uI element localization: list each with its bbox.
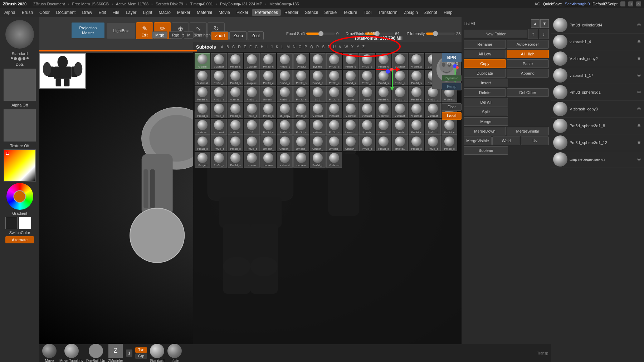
menu-render[interactable]: Render xyxy=(282,9,301,16)
subtool-item-51[interactable]: Pm3d_s xyxy=(244,103,260,118)
subtool-item-32[interactable]: Pm3d_s xyxy=(195,86,210,102)
alternate-button[interactable]: Alternate xyxy=(5,236,34,243)
subtool-item-9[interactable]: Pm3d_c xyxy=(343,53,358,69)
subtool-item-56[interactable]: v zbrast xyxy=(326,103,342,118)
subtool-item-93[interactable]: Pm3d_c xyxy=(409,135,424,151)
subtool-item-26[interactable]: Pm3d_s xyxy=(359,70,375,85)
st-q[interactable]: Q xyxy=(309,44,314,50)
menu-material[interactable]: Material xyxy=(194,9,215,16)
subtool-item-35[interactable]: Pm3d_c xyxy=(244,86,260,102)
persp-button[interactable]: Persp xyxy=(442,83,462,90)
subtool-item-64[interactable]: v zbrast xyxy=(195,119,210,135)
subtool-item-94[interactable]: Pm3d_c xyxy=(425,135,441,151)
subtool-item-50[interactable]: Pm3d_s xyxy=(228,103,243,118)
subtool-item-91[interactable]: Pm3d_c xyxy=(376,135,391,151)
subtool-item-85[interactable]: Umesh_ xyxy=(277,135,293,151)
subtool-item-21[interactable]: Pm3d_s xyxy=(277,70,293,85)
subtool-item-62[interactable]: v zbrast xyxy=(425,103,441,118)
subtool-item-39[interactable]: 16 2 xyxy=(310,86,326,102)
subtool-item-88[interactable]: Umesh_ xyxy=(326,135,342,151)
st-b[interactable]: B xyxy=(225,44,230,50)
mrgb-button[interactable]: Mrgb xyxy=(152,31,167,39)
subtool-item-29[interactable]: Pm3d_s xyxy=(409,70,424,85)
subtool-item-42[interactable]: рукав1 xyxy=(359,86,375,102)
tool-inflate[interactable]: Inflate xyxy=(167,344,182,362)
st-u[interactable]: U xyxy=(332,44,337,50)
texture-off-box[interactable] xyxy=(4,109,36,142)
subtool-item-104[interactable]: V zbrast xyxy=(326,152,342,168)
rp-eye-4[interactable]: 👁 xyxy=(636,73,642,78)
subtool-item-82[interactable]: Pm3d_c xyxy=(228,135,243,151)
rp-eye-2[interactable]: 👁 xyxy=(636,39,642,45)
rp-eye-3[interactable]: 👁 xyxy=(636,56,642,61)
st-s[interactable]: S xyxy=(321,44,326,50)
minimize-button[interactable]: — xyxy=(620,1,625,6)
subtool-item-75[interactable]: Umesh_ xyxy=(376,119,391,135)
menu-document[interactable]: Document xyxy=(53,9,79,16)
tool-move-topology[interactable]: Move Topology xyxy=(59,344,83,362)
subtool-item-68[interactable]: Pm3d_s xyxy=(260,119,276,135)
st-r[interactable]: R xyxy=(315,44,320,50)
all-high-button[interactable]: All High xyxy=(507,50,549,58)
new-folder-down-icon[interactable]: ↓ xyxy=(539,29,549,39)
subtool-item-2[interactable]: Pm3d_s xyxy=(228,53,243,69)
st-y[interactable]: Y xyxy=(355,44,361,50)
duplicate-button[interactable]: Duplicate xyxy=(464,69,506,78)
merge-button[interactable]: Merge xyxy=(464,117,508,126)
right-panel-item-8[interactable]: Pm3d_sphere3d1_12 👁 xyxy=(551,134,644,151)
auto-reorder-button[interactable]: AutoReorder xyxy=(507,40,549,49)
subtool-item-49[interactable]: Pm3d_s xyxy=(211,103,227,118)
menu-movie[interactable]: Movie xyxy=(216,9,233,16)
menu-picker[interactable]: Picker xyxy=(234,9,251,16)
tool-zmodeler[interactable]: Z ZModeler xyxy=(108,344,123,362)
menu-alpha[interactable]: Alpha xyxy=(1,9,18,16)
st-h[interactable]: H xyxy=(259,44,265,50)
subtool-item-74[interactable]: Umesh_ xyxy=(359,119,375,135)
copy-button[interactable]: Copy xyxy=(464,59,506,68)
color-swatch-black[interactable] xyxy=(5,217,18,229)
right-panel-item-9[interactable]: шар передвижения 👁 xyxy=(551,151,644,168)
subtool-item-66[interactable]: v zbrast xyxy=(228,119,243,135)
st-w[interactable]: W xyxy=(343,44,349,50)
menu-stencil[interactable]: Stencil xyxy=(302,9,321,16)
subtool-item-101[interactable]: v zbrast xyxy=(277,152,293,168)
boolean-button[interactable]: Boolean xyxy=(464,146,508,155)
txr-button[interactable]: Txr xyxy=(135,347,147,353)
subtool-item-60[interactable]: v zbrast xyxy=(392,103,408,118)
subtool-item-80[interactable]: Pm3d_c xyxy=(195,135,210,151)
right-panel-scroll[interactable]: Pm3d_cylinder3d3 👁 Pm3d_cylinder3d4 👁 v … xyxy=(551,0,644,362)
subtool-item-0[interactable]: Golem xyxy=(195,53,210,69)
st-f[interactable]: F xyxy=(248,44,253,50)
default-script[interactable]: DefaultZScript xyxy=(592,2,618,6)
merge-down-button[interactable]: MergeDown xyxy=(464,127,506,135)
maximize-button[interactable]: □ xyxy=(628,1,633,6)
subtool-item-98[interactable]: Pm3d_s xyxy=(228,152,243,168)
subtool-item-11[interactable]: Pm3d_c xyxy=(376,53,391,69)
subtool-item-5[interactable]: Pm3d_c xyxy=(277,53,293,69)
new-folder-up-icon[interactable]: ↑ xyxy=(528,29,538,39)
z-intensity-slider[interactable] xyxy=(426,33,455,35)
st-z[interactable]: Z xyxy=(361,44,366,50)
subtool-item-83[interactable]: Pm3d_c xyxy=(244,135,260,151)
subtool-item-59[interactable]: v zbrast xyxy=(376,103,391,118)
subtool-item-44[interactable]: Pm3d_c xyxy=(392,86,408,102)
menu-zscript[interactable]: Zscript xyxy=(421,9,440,16)
st-j[interactable]: J xyxy=(269,44,274,50)
st-i[interactable]: I xyxy=(265,44,269,50)
see-through-btn[interactable]: See-through 0 xyxy=(565,2,590,6)
right-panel-item-2[interactable]: v zbrash1_4 👁 xyxy=(551,34,644,50)
subtool-item-97[interactable]: Pm3d_s xyxy=(211,152,227,168)
menu-preferences[interactable]: Preferences xyxy=(252,9,281,16)
st-e[interactable]: E xyxy=(242,44,248,50)
del-other-button[interactable]: Del Other xyxy=(507,88,549,97)
subtool-item-102[interactable]: опрaва xyxy=(293,152,309,168)
menu-macro[interactable]: Macro xyxy=(156,9,174,16)
delete-button[interactable]: Delete xyxy=(464,88,506,97)
insert-button[interactable]: Insert xyxy=(464,79,508,87)
st-k[interactable]: K xyxy=(274,44,280,50)
subtool-item-3[interactable]: V zbrast xyxy=(244,53,260,69)
menu-texture[interactable]: Texture xyxy=(340,9,360,16)
tool-clay-buildup[interactable]: DayBuildUp xyxy=(86,344,105,362)
subtool-item-53[interactable]: 16_copy xyxy=(277,103,293,118)
quicksave-btn[interactable]: QuickSave xyxy=(543,2,562,6)
